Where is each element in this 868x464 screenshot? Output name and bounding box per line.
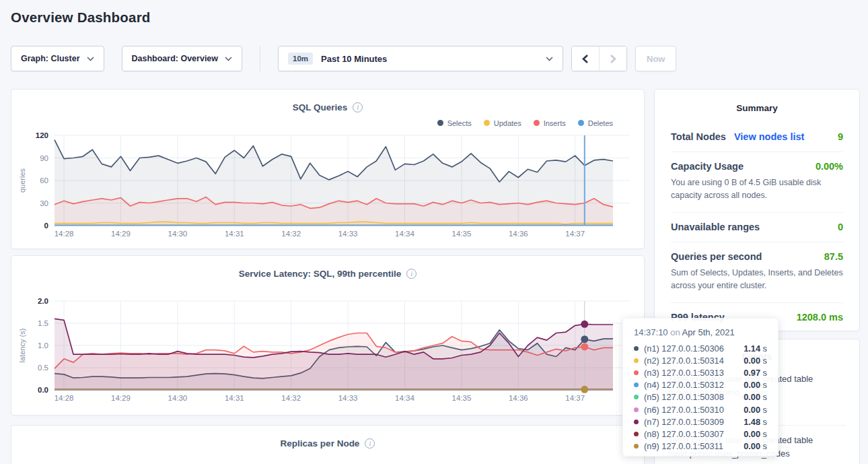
overview-dashboard-page: Overview Dashboard Graph: Cluster Dashbo… xyxy=(0,0,868,464)
x-tick-label: 14:36 xyxy=(509,230,528,238)
y-tick-label: 0.5 xyxy=(38,364,48,372)
tooltip-row: (n6) 127.0.0.1:503100.00 s xyxy=(634,403,767,416)
chart-legend: SelectsUpdatesInsertsDeletes xyxy=(11,117,613,129)
replicas-per-node-panel: Replicas per Node i xyxy=(11,425,645,464)
tooltip-time: 14:37:10 xyxy=(634,327,668,337)
tooltip-row: (n1) 127.0.0.1:503061.14 s xyxy=(634,342,767,354)
x-tick-label: 14:28 xyxy=(55,230,74,238)
tooltip-node-unit: s xyxy=(763,441,767,451)
summary-row-head: Capacity Usage0.00% xyxy=(671,161,843,172)
crosshair-dot xyxy=(581,335,588,343)
legend-item[interactable]: Updates xyxy=(484,119,521,127)
summary-row-description: Sum of Selects, Updates, Inserts, and De… xyxy=(671,267,843,293)
tooltip-row: (n2) 127.0.0.1:503140.00 s xyxy=(634,354,767,366)
tooltip-node-value: 0.00 s xyxy=(744,392,767,402)
view-nodes-list-link[interactable]: View nodes list xyxy=(734,131,805,142)
now-button[interactable]: Now xyxy=(635,46,676,71)
dashboard-select-dropdown-label: Dashboard: Overview xyxy=(132,54,219,63)
time-range-label: Past 10 Minutes xyxy=(321,54,387,64)
graph-scope-dropdown[interactable]: Graph: Cluster xyxy=(11,46,104,71)
tooltip-node-value: 0.00 s xyxy=(744,429,767,439)
service-latency-chart[interactable]: 0.00.51.01.52.014:2814:2914:3014:3114:32… xyxy=(11,298,644,405)
node-color-dot-icon xyxy=(634,395,639,399)
legend-item[interactable]: Selects xyxy=(437,119,472,127)
legend-dot-icon xyxy=(437,120,443,126)
tooltip-node-label: (n5) 127.0.0.1:50308 xyxy=(644,392,724,402)
tooltip-node-unit: s xyxy=(763,343,767,354)
tooltip-node-value: 1.48 s xyxy=(744,417,767,427)
summary-row: Total NodesView nodes list9 xyxy=(671,123,843,152)
legend-label: Updates xyxy=(494,119,521,127)
time-range-dropdown[interactable]: 10m Past 10 Minutes xyxy=(278,46,563,71)
y-axis-label: queries xyxy=(18,168,26,193)
crosshair-dot xyxy=(581,343,588,350)
summary-row-value: 87.5 xyxy=(824,251,843,262)
time-prev-button[interactable] xyxy=(572,46,599,71)
tooltip-node-unit: s xyxy=(763,356,767,366)
y-tick-label: 1.5 xyxy=(38,319,48,327)
legend-dot-icon xyxy=(578,120,584,126)
tooltip-node-value: 1.14 s xyxy=(744,343,767,354)
node-color-dot-icon xyxy=(634,346,639,351)
x-tick-label: 14:32 xyxy=(281,394,301,402)
info-icon[interactable]: i xyxy=(353,102,363,112)
x-tick-label: 14:34 xyxy=(395,230,414,238)
sql-queries-chart[interactable]: 030609012014:2814:2914:3014:3114:3214:33… xyxy=(11,130,644,246)
node-color-dot-icon xyxy=(634,420,639,424)
y-tick-label: 90 xyxy=(40,154,48,162)
x-tick-label: 14:29 xyxy=(111,394,131,402)
page-title: Overview Dashboard xyxy=(11,9,151,26)
tooltip-row: (n4) 127.0.0.1:503120.00 s xyxy=(634,379,767,391)
tooltip-node-value: 0.97 s xyxy=(744,368,767,378)
x-tick-label: 14:35 xyxy=(452,230,472,238)
chevron-down-icon xyxy=(546,57,553,61)
time-next-button[interactable] xyxy=(600,46,626,71)
info-icon[interactable]: i xyxy=(406,269,417,279)
y-tick-label: 2.0 xyxy=(38,298,48,305)
x-tick-label: 14:28 xyxy=(55,394,74,402)
x-tick-label: 14:33 xyxy=(338,230,358,238)
x-tick-label: 14:30 xyxy=(168,394,187,402)
legend-item[interactable]: Deletes xyxy=(578,119,613,127)
summary-title: Summary xyxy=(671,103,843,113)
y-tick-label: 0 xyxy=(44,222,48,230)
legend-dot-icon xyxy=(484,120,490,126)
x-tick-label: 14:31 xyxy=(225,230,244,238)
crosshair-dot xyxy=(581,321,588,328)
legend-dot-icon xyxy=(534,120,540,126)
dashboard-select-dropdown[interactable]: Dashboard: Overview xyxy=(122,46,243,71)
chevron-left-icon xyxy=(581,54,589,64)
chart-title-text: Service Latency: SQL, 99th percentile xyxy=(239,269,402,279)
node-color-dot-icon xyxy=(634,383,639,387)
tooltip-node-unit: s xyxy=(763,392,767,402)
summary-row-head: Queries per second87.5 xyxy=(671,251,843,262)
service-latency-panel: Service Latency: SQL, 99th percentile i … xyxy=(11,255,645,416)
legend-item[interactable]: Inserts xyxy=(534,119,566,127)
tooltip-node-label: (n9) 127.0.0.1:50311 xyxy=(644,441,723,451)
tooltip-row: (n8) 127.0.0.1:503070.00 s xyxy=(634,428,767,440)
chart-hover-tooltip: 14:37:10 on Apr 5th, 2021 (n1) 127.0.0.1… xyxy=(622,318,779,457)
summary-row: Unavailable ranges0 xyxy=(671,213,843,242)
x-tick-label: 14:29 xyxy=(111,230,131,238)
info-icon[interactable]: i xyxy=(365,438,375,449)
summary-row-description: You are using 0 B of 4.5 GiB usable disk… xyxy=(671,176,843,203)
tooltip-row: (n7) 127.0.0.1:503091.48 s xyxy=(634,416,767,428)
node-color-dot-icon xyxy=(634,432,639,436)
y-tick-label: 1.0 xyxy=(38,341,48,350)
summary-row-value: 0 xyxy=(838,222,843,232)
chart-title-text: Replicas per Node xyxy=(281,438,360,449)
summary-row: Capacity Usage0.00%You are using 0 B of … xyxy=(671,152,843,213)
node-color-dot-icon xyxy=(634,407,639,412)
crosshair-dot xyxy=(581,386,588,393)
legend-label: Inserts xyxy=(544,119,566,127)
legend-label: Selects xyxy=(447,119,472,127)
x-tick-label: 14:34 xyxy=(395,394,414,402)
chevron-down-icon xyxy=(225,57,232,61)
x-tick-label: 14:30 xyxy=(168,230,187,238)
tooltip-node-label: (n1) 127.0.0.1:50306 xyxy=(644,343,724,354)
chevron-down-icon xyxy=(87,57,94,61)
tooltip-node-value: 0.00 s xyxy=(744,356,767,366)
summary-rows: Total NodesView nodes list9Capacity Usag… xyxy=(671,123,843,332)
tooltip-timestamp: 14:37:10 on Apr 5th, 2021 xyxy=(634,327,767,337)
summary-row-head: Unavailable ranges0 xyxy=(671,222,843,232)
